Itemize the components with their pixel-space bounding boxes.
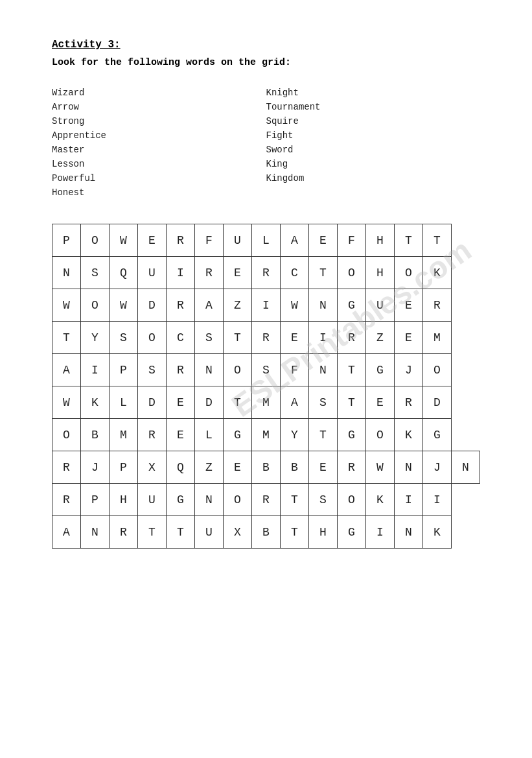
grid-cell: N [395, 516, 423, 549]
grid-cell: R [138, 419, 167, 451]
table-row: POWERFULAEFHTT [52, 224, 480, 257]
grid-cell: S [309, 484, 338, 516]
grid-cell: W [110, 289, 138, 322]
grid-cell: W [52, 289, 81, 322]
grid-cell: Z [366, 322, 395, 354]
grid-cell: L [195, 419, 224, 451]
grid-cell: R [338, 322, 366, 354]
grid-cell: H [110, 484, 138, 516]
table-row: WOWDRAZIWNGUER [52, 289, 480, 322]
grid-cell: G [366, 354, 395, 386]
list-item: Fight [266, 130, 481, 141]
grid-cell: G [224, 419, 252, 451]
grid-cell: I [252, 289, 281, 322]
grid-cell: P [110, 451, 138, 484]
grid-cell: L [252, 224, 281, 257]
grid-cell: O [81, 224, 110, 257]
grid-cell: Y [81, 322, 110, 354]
word-list-container: WizardArrowStrongApprenticeMasterLessonP… [52, 88, 480, 198]
grid-cell: U [366, 289, 395, 322]
list-item: Master [52, 145, 266, 155]
table-row: RPHUGNORTSOKII [52, 484, 480, 516]
grid-cell: R [252, 484, 281, 516]
table-row: WKLDEDTMASTERD [52, 386, 480, 419]
grid-cell: J [423, 451, 452, 484]
grid-cell: B [252, 516, 281, 549]
grid-container: POWERFULAEFHTTNSQUIRERCTOHOKWOWDRAZIWNGU… [52, 224, 480, 549]
table-row: AIPSRNOSFNTGJO [52, 354, 480, 386]
grid-cell: O [338, 257, 366, 289]
grid-cell: A [195, 289, 224, 322]
grid-cell: R [167, 224, 195, 257]
grid-cell: B [252, 451, 281, 484]
grid-cell: O [52, 419, 81, 451]
grid-cell: O [395, 257, 423, 289]
grid-cell: O [224, 354, 252, 386]
grid-cell: N [195, 354, 224, 386]
grid-cell: N [309, 354, 338, 386]
grid-cell: M [252, 386, 281, 419]
grid-cell: O [423, 354, 452, 386]
grid-cell: N [395, 451, 423, 484]
grid-cell: W [110, 224, 138, 257]
grid-cell: K [395, 419, 423, 451]
grid-cell: H [309, 516, 338, 549]
grid-cell: R [395, 386, 423, 419]
grid-cell: T [338, 354, 366, 386]
grid-cell: Z [224, 289, 252, 322]
grid-cell: T [395, 224, 423, 257]
grid-cell: E [167, 419, 195, 451]
list-item: King [266, 159, 481, 169]
grid-cell: T [281, 484, 309, 516]
grid-cell: W [52, 386, 81, 419]
grid-cell: N [195, 484, 224, 516]
grid-cell: G [338, 289, 366, 322]
grid-cell: O [224, 484, 252, 516]
list-item: Knight [266, 88, 481, 98]
grid-cell: Q [110, 257, 138, 289]
grid-cell: X [224, 516, 252, 549]
grid-cell: A [52, 516, 81, 549]
grid-cell: T [423, 224, 452, 257]
grid-cell: W [366, 451, 395, 484]
grid-cell: R [52, 451, 81, 484]
grid-cell: U [224, 224, 252, 257]
grid-cell: R [52, 484, 81, 516]
grid-cell: T [167, 516, 195, 549]
table-row: TYSOCSTREIRZEM [52, 322, 480, 354]
grid-cell: I [366, 516, 395, 549]
grid-cell: E [309, 224, 338, 257]
grid-cell: O [138, 322, 167, 354]
grid-cell: K [423, 257, 452, 289]
grid-cell: L [110, 386, 138, 419]
grid-cell: R [110, 516, 138, 549]
grid-cell: R [423, 289, 452, 322]
grid-cell: W [281, 289, 309, 322]
grid-cell: Z [195, 451, 224, 484]
grid-cell: D [195, 386, 224, 419]
activity-instruction: Look for the following words on the grid… [52, 57, 480, 68]
grid-cell: F [338, 224, 366, 257]
grid-cell: A [52, 354, 81, 386]
grid-cell: S [195, 322, 224, 354]
grid-cell: T [309, 257, 338, 289]
grid-cell: S [81, 257, 110, 289]
grid-cell: T [309, 419, 338, 451]
table-row: NSQUIRERCTOHOK [52, 257, 480, 289]
list-item: Tournament [266, 102, 481, 112]
grid-cell: N [309, 289, 338, 322]
grid-cell: J [81, 451, 110, 484]
grid-cell: B [281, 451, 309, 484]
list-item: Strong [52, 116, 266, 126]
list-item: Honest [52, 187, 266, 198]
grid-cell: I [167, 257, 195, 289]
grid-cell: D [138, 386, 167, 419]
grid-cell: Q [167, 451, 195, 484]
grid-cell: G [423, 419, 452, 451]
grid-cell: E [309, 451, 338, 484]
grid-cell: E [224, 451, 252, 484]
grid-cell: A [281, 386, 309, 419]
grid-cell: P [110, 354, 138, 386]
table-row: ANRTTUXBTHGINK [52, 516, 480, 549]
grid-cell: R [195, 257, 224, 289]
